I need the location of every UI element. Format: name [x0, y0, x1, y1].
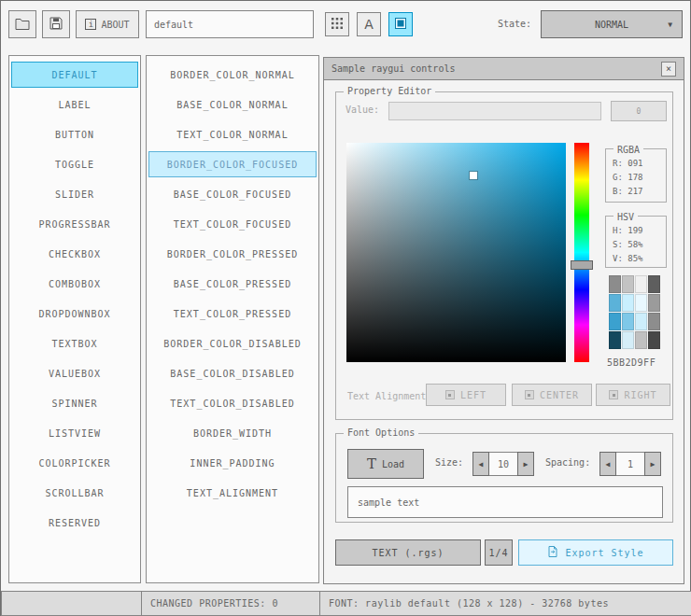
align-left-label: LEFT [460, 390, 487, 400]
save-style-button[interactable] [42, 10, 70, 38]
control-list-item[interactable]: BUTTON [11, 121, 138, 147]
export-format-button[interactable]: TEXT (.rgs) [335, 539, 481, 566]
load-style-button[interactable] [8, 10, 36, 38]
load-font-button[interactable]: T Load [347, 449, 424, 479]
control-list-item[interactable]: RESERVED [11, 510, 138, 536]
color-swatch[interactable] [622, 294, 634, 312]
color-swatch[interactable] [648, 313, 660, 330]
control-list-item[interactable]: VALUEBOX [11, 360, 138, 386]
control-list-item[interactable]: TOGGLE [11, 151, 138, 177]
align-right-button[interactable]: RIGHT [596, 384, 670, 406]
color-swatch[interactable] [609, 331, 621, 349]
color-swatch[interactable] [622, 331, 634, 349]
control-list-item[interactable]: SLIDER [11, 181, 138, 207]
value-box-button[interactable]: 0 [611, 101, 667, 121]
control-list-item[interactable]: SCROLLBAR [11, 480, 138, 506]
color-swatch[interactable] [635, 275, 647, 293]
spacing-value[interactable]: 1 [616, 452, 644, 476]
property-list-item[interactable]: TEXT_COLOR_PRESSED [148, 301, 317, 327]
align-left-button[interactable]: LEFT [426, 384, 506, 406]
property-list-item[interactable]: BORDER_COLOR_NORMAL [148, 62, 317, 88]
sample-text-box[interactable]: sample text [347, 486, 663, 518]
control-list-item[interactable]: LISTVIEW [11, 420, 138, 446]
size-value[interactable]: 10 [489, 452, 517, 476]
rgba-group: RGBA R: 091 G: 178 B: 217 [605, 148, 667, 203]
control-list-item[interactable]: DEFAULT [11, 62, 138, 88]
hue-slider-handle[interactable] [571, 260, 593, 270]
property-list-item[interactable]: TEXT_COLOR_DISABLED [148, 390, 317, 416]
property-list-item[interactable]: BASE_COLOR_PRESSED [148, 271, 317, 297]
font-options-group: Font Options T Load Size: ◀ 10 ▶ Spacing… [335, 433, 673, 523]
property-list-item[interactable]: TEXT_COLOR_FOCUSED [148, 211, 317, 237]
state-label: State: [498, 10, 531, 38]
control-list-item[interactable]: SPINNER [11, 390, 138, 416]
value-input[interactable] [388, 102, 601, 120]
saturation-value-picker[interactable] [346, 143, 566, 362]
property-list-item[interactable]: BASE_COLOR_FOCUSED [148, 181, 317, 207]
hex-color-input[interactable]: 5BB2D9FF [607, 357, 656, 368]
sample-controls-window: Sample raygui controls × Property Editor… [323, 57, 684, 584]
property-list-item[interactable]: BORDER_COLOR_PRESSED [148, 241, 317, 267]
folder-icon [15, 18, 30, 32]
hsv-h-value: H: 199 [613, 224, 666, 238]
control-list-item[interactable]: COMBOBOX [11, 271, 138, 297]
color-swatch[interactable] [635, 331, 647, 349]
page-indicator-button[interactable]: 1/4 [485, 539, 513, 566]
export-style-label: Export Style [565, 548, 643, 558]
color-swatch[interactable] [635, 294, 647, 312]
color-swatch[interactable] [609, 275, 621, 293]
hue-bar[interactable] [574, 143, 589, 362]
style-square-icon [395, 18, 406, 31]
grid-icon [331, 18, 343, 31]
window-titlebar[interactable]: Sample raygui controls × [324, 58, 684, 80]
property-list-item[interactable]: TEXT_COLOR_NORMAL [148, 121, 317, 147]
rguistyler-window: i ABOUT A State: NORMAL ▼ DEFAULTLABELBU… [0, 0, 691, 616]
control-list-item[interactable]: CHECKBOX [11, 241, 138, 267]
control-list-item[interactable]: DROPDOWNBOX [11, 301, 138, 327]
state-dropdown[interactable]: NORMAL ▼ [541, 10, 683, 38]
align-center-label: CENTER [540, 390, 579, 400]
load-font-label: Load [382, 459, 404, 469]
color-swatch[interactable] [635, 313, 647, 330]
export-style-button[interactable]: Export Style [518, 539, 673, 566]
color-swatch[interactable] [622, 275, 634, 293]
color-swatch[interactable] [648, 331, 660, 349]
hsv-title: HSV [613, 210, 638, 224]
control-list-item[interactable]: TEXTBOX [11, 330, 138, 357]
align-center-button[interactable]: CENTER [512, 384, 592, 406]
control-list-item[interactable]: LABEL [11, 91, 138, 118]
grid-view-button[interactable] [325, 12, 349, 36]
export-icon [547, 546, 558, 559]
color-swatch[interactable] [648, 294, 660, 312]
property-list-item[interactable]: BORDER_WIDTH [148, 420, 317, 446]
property-list-item[interactable]: TEXT_ALIGNMENT [148, 480, 317, 506]
spacing-increment-icon[interactable]: ▶ [644, 452, 661, 476]
property-list-item[interactable]: BASE_COLOR_DISABLED [148, 360, 317, 386]
hsv-s-value: S: 58% [613, 238, 666, 252]
control-list-item[interactable]: COLORPICKER [11, 450, 138, 476]
color-swatch[interactable] [609, 313, 621, 330]
size-increment-icon[interactable]: ▶ [517, 452, 534, 476]
style-mode-button[interactable] [388, 12, 413, 36]
spacing-decrement-icon[interactable]: ◀ [599, 452, 616, 476]
about-button[interactable]: i ABOUT [76, 10, 139, 38]
size-spinner: ◀ 10 ▶ [472, 452, 534, 476]
color-swatch[interactable] [648, 275, 660, 293]
font-settings-button[interactable]: A [357, 12, 381, 36]
property-list-item[interactable]: BORDER_COLOR_DISABLED [148, 330, 317, 357]
style-name-input[interactable] [146, 10, 314, 38]
color-swatch[interactable] [622, 313, 634, 330]
property-list-item[interactable]: INNER_PADDING [148, 450, 317, 476]
control-list-item[interactable]: PROGRESSBAR [11, 211, 138, 237]
statusbar-changed-properties: CHANGED PROPERTIES: 0 [141, 591, 320, 616]
property-list-item[interactable]: BASE_COLOR_NORMAL [148, 91, 317, 118]
property-list-item[interactable]: BORDER_COLOR_FOCUSED [148, 151, 317, 177]
align-center-icon [525, 390, 534, 399]
size-decrement-icon[interactable]: ◀ [472, 452, 489, 476]
text-alignment-label: Text Alignment: [347, 391, 431, 401]
floppy-icon [49, 17, 63, 32]
hsv-v-value: V: 85% [613, 252, 666, 266]
close-icon[interactable]: × [661, 62, 676, 77]
color-swatch[interactable] [609, 294, 621, 312]
color-picker-cursor[interactable] [470, 172, 477, 179]
